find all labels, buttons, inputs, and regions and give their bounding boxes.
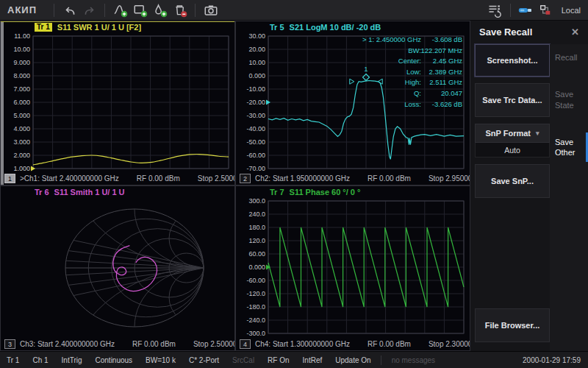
trace-label[interactable]: Tr 5	[270, 23, 284, 32]
status-update[interactable]: Update On	[329, 356, 377, 364]
toolbar-separator	[54, 4, 54, 17]
redo-button[interactable]	[79, 1, 99, 19]
trace-header: Tr 6 S11 Smith 1 U/ 1 U	[1, 186, 234, 198]
trace-header: Tr 7 S11 Phase 60 °/ 0 °	[236, 186, 470, 198]
channel-number-box[interactable]: 4	[240, 339, 251, 349]
chart-panel-tr7[interactable]: Tr 7 S11 Phase 60 °/ 0 ° 300.0240.0180.0…	[235, 185, 470, 351]
snp-format-value[interactable]: Auto	[475, 143, 550, 158]
trace-measurement-label[interactable]: S11 Phase 60 °/ 0 °	[290, 188, 361, 197]
phase-plot[interactable]: 300.0240.0180.0120.060.000.000-60.00-120…	[236, 198, 470, 338]
save-snp-button[interactable]: Save SnP...	[475, 164, 550, 198]
status-bandwidth[interactable]: BW=10 k	[139, 356, 182, 364]
chart-panel-tr6[interactable]: Tr 6 S11 Smith 1 U/ 1 U 3 Ch3: Start 2.4…	[0, 185, 235, 351]
tab-save-state[interactable]: Save State	[550, 81, 588, 118]
add-trace-button[interactable]	[110, 1, 130, 19]
save-trc-data-button[interactable]: Save Trc Data...	[475, 83, 550, 117]
trace-label[interactable]: Tr 6	[35, 188, 49, 197]
svg-text:Q:: Q:	[414, 89, 421, 97]
svg-text:> 1: 2.450000 GHz: > 1: 2.450000 GHz	[362, 35, 421, 43]
channel-rf-label: RF 0.00 dBm	[368, 174, 411, 183]
trace-measurement-label[interactable]: S11 SWR 1 U/ 1 U [F2]	[57, 23, 141, 32]
close-icon[interactable]: ✕	[571, 26, 579, 38]
channel-footer: 3 Ch3: Start 2.400000000 GHz RF 0.00 dBm…	[1, 338, 234, 350]
statusbar-separator	[381, 355, 381, 365]
status-bar: Tr 1 Ch 1 IntTrig Continuous BW=10 k C* …	[0, 351, 588, 368]
usb-status-button[interactable]	[516, 1, 536, 19]
snp-format-dropdown[interactable]: SnP Format ▾	[475, 124, 550, 143]
trace-label[interactable]: Tr 7	[270, 188, 284, 197]
svg-text:1.000: 1.000	[13, 165, 30, 172]
file-browser-button[interactable]: File Browser...	[475, 308, 550, 342]
svg-text:60.00: 60.00	[248, 250, 265, 258]
add-marker-icon	[153, 3, 168, 18]
svg-text:6.000: 6.000	[13, 99, 30, 106]
undo-button[interactable]	[60, 1, 79, 19]
local-mode-label[interactable]: Local	[556, 6, 588, 15]
chart-panel-tr1[interactable]: Tr 1 S11 SWR 1 U/ 1 U [F2] 11.0010.009.0…	[0, 21, 235, 185]
svg-text:Loss:: Loss:	[404, 100, 421, 108]
status-srccal[interactable]: SrcCal	[226, 356, 261, 364]
svg-text:-3.608 dB: -3.608 dB	[432, 35, 462, 43]
add-trace-icon	[113, 3, 128, 18]
channel-stop-label: Stop 2.500000000 GHz	[193, 340, 235, 348]
status-datetime: 2000-01-29 17:59	[523, 356, 588, 364]
swr-plot[interactable]: 11.0010.009.0008.0007.0006.0005.0004.000…	[1, 33, 234, 172]
trace-label-chip[interactable]: Tr 1	[35, 23, 52, 32]
channel-footer: 4 Ch4: Start 1.300000000 GHz RF 0.00 dBm…	[236, 338, 470, 350]
channel-start-label: Ch3: Start 2.400000000 GHz	[20, 340, 115, 348]
svg-text:-300.0: -300.0	[246, 330, 265, 337]
network-status-button[interactable]	[536, 1, 556, 19]
menu-title: Save Recall	[479, 26, 532, 38]
logmag-plot[interactable]: 30.0020.0010.000.000-10.00-20.00-30.00-4…	[236, 33, 470, 172]
active-trace-indicator	[1, 21, 234, 22]
add-window-button[interactable]	[130, 1, 150, 19]
trace-measurement-label[interactable]: S11 Smith 1 U/ 1 U	[54, 188, 125, 197]
redo-icon	[83, 4, 96, 17]
svg-text:5.000: 5.000	[13, 112, 30, 119]
channel-footer: 1 >Ch1: Start 2.400000000 GHz RF 0.00 dB…	[1, 172, 234, 185]
svg-text:Low:: Low:	[406, 68, 421, 76]
smith-plot[interactable]	[1, 198, 234, 338]
svg-text:-60.00: -60.00	[246, 277, 265, 284]
channel-start-label: Ch4: Start 1.300000000 GHz	[255, 340, 350, 348]
screenshot-menu-button[interactable]: Screenshot...	[475, 44, 550, 77]
channel-number-box[interactable]: 3	[4, 339, 15, 349]
status-reference[interactable]: IntRef	[296, 356, 329, 364]
status-trace[interactable]: Tr 1	[0, 356, 26, 364]
toolbar-separator	[104, 4, 105, 17]
svg-text:300.0: 300.0	[248, 198, 265, 205]
svg-text:7.000: 7.000	[13, 85, 30, 93]
svg-text:-20.00: -20.00	[246, 99, 265, 106]
snp-format-label: SnP Format	[485, 129, 531, 138]
svg-text:4.000: 4.000	[13, 125, 30, 132]
svg-text:20.047: 20.047	[441, 89, 462, 97]
svg-text:0.000: 0.000	[248, 263, 265, 271]
channel-stop-label: Stop 2.500000000 GHz	[198, 174, 235, 183]
tab-recall[interactable]: Recall	[550, 44, 588, 71]
channel-stop-label: Stop 2.950000000 GHz	[429, 174, 470, 183]
delete-button[interactable]	[170, 1, 190, 19]
svg-text:-180.0: -180.0	[246, 303, 265, 311]
svg-text:8.000: 8.000	[13, 72, 30, 79]
save-recall-menu: Save Recall ✕ Screenshot... Save Trc Dat…	[470, 21, 588, 351]
status-sweep-mode[interactable]: Continuous	[89, 356, 140, 364]
trace-measurement-label[interactable]: S21 LogM 10 dB/ -20 dB	[290, 23, 381, 32]
channel-number-box[interactable]: 1	[4, 174, 15, 183]
menu-tabs-column: Recall Save State Save Other	[550, 44, 588, 351]
svg-text:0.000: 0.000	[248, 72, 265, 79]
svg-text:9.000: 9.000	[13, 59, 30, 66]
channel-number-box[interactable]: 2	[240, 174, 251, 183]
tab-save-other[interactable]: Save Other	[550, 129, 588, 166]
status-correction[interactable]: C* 2-Port	[182, 356, 226, 364]
status-channel[interactable]: Ch 1	[26, 356, 54, 364]
add-marker-button[interactable]	[150, 1, 170, 19]
svg-text:2.511 GHz: 2.511 GHz	[429, 78, 462, 86]
svg-text:-240.0: -240.0	[246, 316, 265, 324]
trace-header: Tr 5 S21 LogM 10 dB/ -20 dB	[236, 21, 470, 33]
trace-manager-button[interactable]	[485, 1, 505, 19]
screenshot-button[interactable]	[201, 1, 220, 19]
chart-panel-tr5[interactable]: Tr 5 S21 LogM 10 dB/ -20 dB 30.0020.0010…	[235, 21, 470, 185]
svg-text:-30.00: -30.00	[246, 112, 265, 119]
status-trigger[interactable]: IntTrig	[55, 356, 89, 364]
status-rf[interactable]: RF On	[261, 356, 295, 364]
